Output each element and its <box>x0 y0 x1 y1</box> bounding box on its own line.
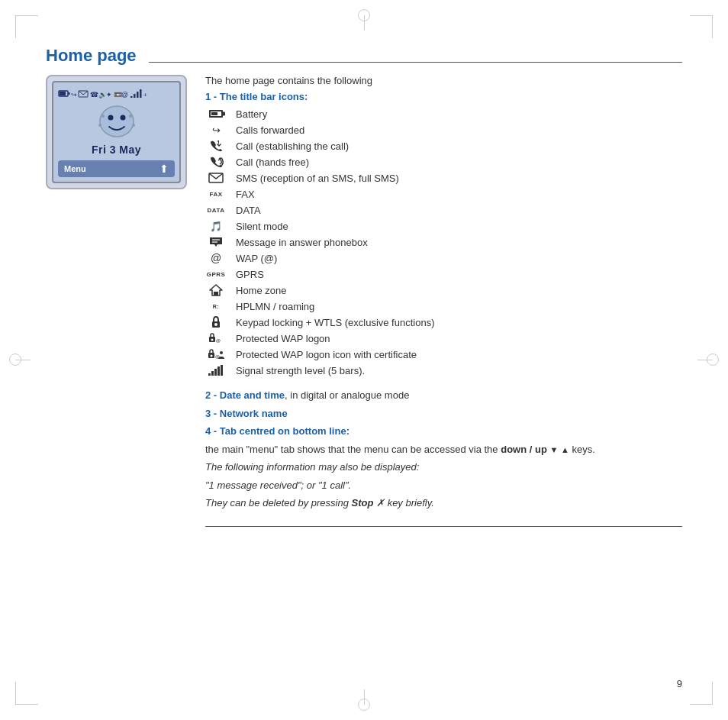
data-icon: DATA <box>205 207 227 214</box>
fax-text-icon: FAX <box>209 191 222 198</box>
phone-icons-row: ↪ ☎ 🔊 ✦ 📼 <box>58 89 150 99</box>
sms-icon <box>205 173 227 183</box>
gprs-label: GPRS <box>236 269 264 280</box>
crosshair-circle-right <box>707 354 719 366</box>
para4-prefix: They can be deleted by pressing <box>205 497 352 509</box>
list-item: ↪ Calls forwarded <box>205 123 682 137</box>
para1-text: the main "menu" tab shows that the menu … <box>205 442 682 457</box>
section2-title: 2 - Date and time <box>205 389 285 401</box>
protected-wap-label: Protected WAP logon <box>236 333 330 344</box>
signal-label: Signal strength level (5 bars). <box>236 365 365 376</box>
section2-text: 2 - Date and time, in digital or analogu… <box>205 388 682 403</box>
svg-point-35 <box>220 351 223 354</box>
keypad-lock-label: Keypad locking + WTLS (exclusive functio… <box>236 317 434 328</box>
corner-mark-bl <box>15 682 38 705</box>
gprs-text-icon: GPRS <box>207 271 226 278</box>
call-handsfree-icon <box>205 156 227 168</box>
fax-label: FAX <box>236 189 255 200</box>
fax-icon: FAX <box>205 191 227 198</box>
arrow-up-icon: ▲ <box>561 445 569 454</box>
hplmn-icon: R: <box>205 304 227 309</box>
battery-icon <box>205 110 227 118</box>
bottom-section: 2 - Date and time, in digital or analogu… <box>205 388 682 511</box>
message-icon <box>205 237 227 247</box>
call-handsfree-label: Call (hands free) <box>236 157 309 168</box>
content-area: The home page contains the following 1 -… <box>205 75 682 534</box>
svg-rect-1 <box>69 92 70 95</box>
svg-text:+: + <box>143 92 147 98</box>
phone-face-svg <box>94 102 140 140</box>
para2-text: The following information may also be di… <box>205 460 682 475</box>
svg-point-16 <box>108 115 113 121</box>
list-item: Call (hands free) <box>205 155 682 169</box>
phone-screen: ↪ ☎ 🔊 ✦ 📼 <box>52 81 181 183</box>
list-item: SMS (reception of an SMS, full SMS) <box>205 171 682 185</box>
svg-text:↪: ↪ <box>71 91 77 98</box>
para1-suffix: keys. <box>569 444 595 455</box>
stop-icon: ✗ <box>376 497 385 509</box>
svg-rect-39 <box>217 366 220 376</box>
section3-text: 3 - Network name <box>205 406 682 421</box>
list-item: DATA DATA <box>205 203 682 217</box>
svg-rect-13 <box>140 89 142 98</box>
svg-rect-12 <box>137 92 139 98</box>
keypad-lock-icon <box>205 316 227 328</box>
phone-menu-label: Menu <box>64 164 86 173</box>
gprs-icon: GPRS <box>205 271 227 278</box>
wap-icon: @ <box>205 252 227 264</box>
phone-menu-bar: Menu ⬆ <box>58 160 175 177</box>
svg-point-28 <box>214 323 217 326</box>
list-item: + Signal strength level (5 bars). <box>205 363 682 377</box>
list-item: Call (establishing the call) <box>205 139 682 153</box>
svg-text:☎: ☎ <box>90 91 98 98</box>
intro-text: The home page contains the following <box>205 75 682 86</box>
svg-text:@: @ <box>216 338 221 343</box>
phone-status-icons: ↪ ☎ 🔊 ✦ 📼 <box>58 89 150 99</box>
silent-music-icon: 🎵 <box>210 221 222 232</box>
message-label: Message in answer phonebox <box>236 237 368 248</box>
data-label: DATA <box>236 205 261 216</box>
call-establishing-icon <box>205 140 227 152</box>
para4-text: They can be deleted by pressing Stop ✗ k… <box>205 496 682 511</box>
section3-title: 3 - Network name <box>205 408 288 419</box>
arrow-down-icon: ▼ <box>549 445 558 454</box>
protected-wap-icon: @ <box>205 333 227 344</box>
phone-image: ↪ ☎ 🔊 ✦ 📼 <box>46 75 187 189</box>
svg-point-17 <box>120 115 125 121</box>
list-item: Home zone <box>205 283 682 297</box>
para4-stop-bold: Stop <box>352 497 374 509</box>
svg-rect-2 <box>60 92 66 95</box>
page-number: 9 <box>677 678 682 689</box>
bottom-rule <box>205 526 682 527</box>
section4-title: 4 - Tab centred on bottom line: <box>205 425 350 437</box>
svg-point-30 <box>211 339 214 341</box>
svg-point-18 <box>101 115 105 118</box>
para1-bold: down / up <box>501 444 547 455</box>
call-establishing-label: Call (establishing the call) <box>236 140 349 152</box>
data-text-icon: DATA <box>207 207 224 214</box>
svg-rect-10 <box>130 96 133 98</box>
list-item: GPRS GPRS <box>205 267 682 281</box>
wap-at-icon: @ <box>211 252 221 264</box>
svg-point-15 <box>100 106 134 137</box>
calls-forwarded-icon: ↪ <box>205 124 227 136</box>
corner-mark-tr <box>690 15 713 38</box>
list-item: @ Protected WAP logon icon with certific… <box>205 347 682 361</box>
list-item: Battery <box>205 107 682 121</box>
list-item: @ Protected WAP logon <box>205 331 682 345</box>
svg-point-19 <box>129 115 132 118</box>
svg-rect-38 <box>214 369 217 376</box>
section1-title: 1 - The title bar icons: <box>205 91 682 102</box>
calls-forwarded-label: Calls forwarded <box>236 124 304 136</box>
home-zone-icon <box>205 284 227 296</box>
list-item: Message in answer phonebox <box>205 235 682 249</box>
corner-mark-br <box>690 682 713 705</box>
silent-label: Silent mode <box>236 221 288 232</box>
heading-rule <box>149 62 682 63</box>
home-zone-label: Home zone <box>236 285 286 296</box>
svg-point-33 <box>211 355 213 357</box>
page-title: Home page <box>46 46 137 66</box>
section2-suffix: , in digital or analogue mode <box>285 389 409 401</box>
phone-menu-arrow-icon: ⬆ <box>159 163 169 175</box>
silent-icon: 🎵 <box>205 221 227 232</box>
